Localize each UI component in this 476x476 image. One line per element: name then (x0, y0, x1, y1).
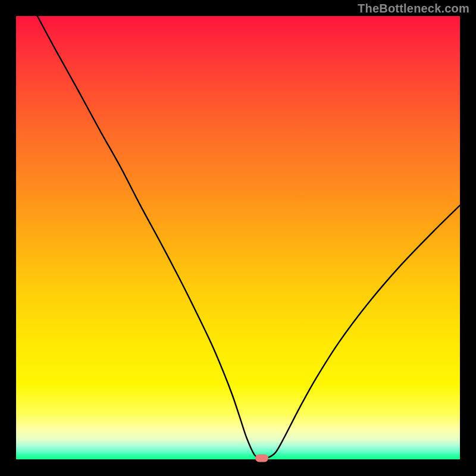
minimum-marker (255, 454, 268, 462)
bottleneck-curve (16, 16, 460, 459)
chart-frame: { "watermark": "TheBottleneck.com", "cha… (0, 0, 476, 476)
chart-plot-area (16, 16, 460, 459)
watermark-text: TheBottleneck.com (358, 2, 469, 15)
